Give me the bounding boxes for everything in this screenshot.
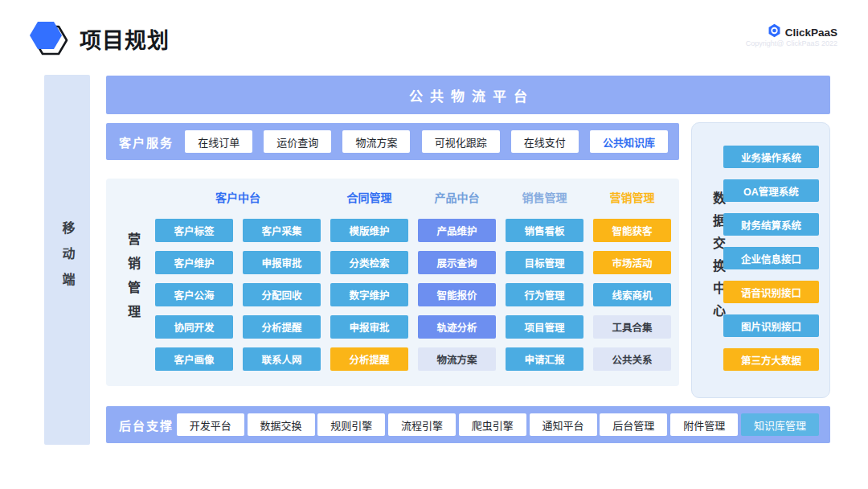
matrix-column-header: 产品中台 bbox=[418, 189, 496, 205]
data-exchange-item[interactable]: 业务操作系统 bbox=[723, 146, 819, 168]
feature-matrix-panel: 营销管理 客户中台 合同管理 产品中台 销售管理 营销管理 客户标签 客户维护 … bbox=[106, 179, 679, 386]
copyright-text: Copyright@ ClickPaaS 2022 bbox=[746, 39, 837, 47]
matrix-cell[interactable]: 公共关系 bbox=[593, 347, 671, 371]
platform-banner-title: 公共物流平台 bbox=[402, 85, 534, 105]
matrix-cell[interactable]: 智能报价 bbox=[418, 283, 496, 306]
backend-item[interactable]: 数据交换 bbox=[248, 413, 315, 436]
data-exchange-item[interactable]: 财务结算系统 bbox=[723, 213, 819, 236]
matrix-cell[interactable]: 物流方案 bbox=[418, 347, 496, 371]
data-exchange-panel: 数据交换中心 业务操作系统 OA管理系统 财务结算系统 企业信息接口 语音识别接… bbox=[691, 122, 830, 398]
page: 项目规划 ClickPaaS Copyright@ ClickPaaS 2022… bbox=[0, 0, 868, 489]
backend-item[interactable]: 爬虫引擎 bbox=[459, 413, 526, 436]
customer-service-item[interactable]: 物流方案 bbox=[342, 130, 410, 153]
data-exchange-item[interactable]: 企业信息接口 bbox=[723, 247, 819, 269]
matrix-cell[interactable]: 行为管理 bbox=[506, 283, 583, 306]
data-exchange-item[interactable]: OA管理系统 bbox=[723, 179, 819, 202]
matrix-cell[interactable]: 目标管理 bbox=[506, 251, 583, 274]
matrix-column: 模版维护 分类检索 数字维护 申报审批 分析提醒 bbox=[330, 219, 408, 371]
backend-item[interactable]: 知识库管理 bbox=[741, 413, 819, 436]
matrix-cell[interactable]: 申报审批 bbox=[243, 251, 321, 274]
matrix-cell[interactable]: 模版维护 bbox=[330, 219, 408, 242]
customer-service-item[interactable]: 运价查询 bbox=[264, 130, 331, 153]
customer-service-item[interactable]: 公共知识库 bbox=[590, 130, 668, 153]
matrix-cell[interactable]: 线索商机 bbox=[593, 283, 671, 306]
data-exchange-item[interactable]: 图片识别接口 bbox=[723, 314, 819, 337]
customer-service-label: 客户服务 bbox=[119, 134, 174, 150]
matrix-column-header: 销售管理 bbox=[506, 189, 583, 205]
matrix-column-headers: 客户中台 合同管理 产品中台 销售管理 营销管理 bbox=[155, 189, 671, 205]
matrix-column: 客户采集 申报审批 分配回收 分析提醒 联系人网 bbox=[243, 219, 321, 371]
matrix-column-header: 营销管理 bbox=[593, 189, 671, 205]
mobile-panel: 移动端 bbox=[44, 75, 90, 445]
backend-item[interactable]: 附件管理 bbox=[670, 413, 738, 436]
matrix-cell[interactable]: 协同开发 bbox=[155, 315, 233, 339]
platform-banner: 公共物流平台 bbox=[106, 76, 830, 114]
data-exchange-item[interactable]: 语音识别接口 bbox=[723, 281, 819, 303]
customer-service-bar: 客户服务 在线订单 运价查询 物流方案 可视化跟踪 在线支付 公共知识库 bbox=[106, 123, 679, 160]
backend-item[interactable]: 后台管理 bbox=[600, 413, 667, 436]
matrix-cell[interactable]: 销售看板 bbox=[506, 219, 583, 242]
backend-item[interactable]: 通知平台 bbox=[530, 413, 597, 436]
marketing-management-side-label: 营销管理 bbox=[123, 232, 142, 332]
matrix-cell[interactable]: 智能获客 bbox=[593, 219, 671, 242]
matrix-cell[interactable]: 联系人网 bbox=[243, 347, 321, 371]
matrix-cell[interactable]: 申报审批 bbox=[330, 315, 408, 339]
matrix-cell[interactable]: 工具合集 bbox=[593, 315, 671, 339]
brand-name: ClickPaaS bbox=[785, 27, 837, 39]
matrix-cell[interactable]: 客户标签 bbox=[155, 219, 233, 242]
data-exchange-item[interactable]: 第三方大数据 bbox=[723, 348, 819, 371]
customer-service-item[interactable]: 在线订单 bbox=[185, 130, 252, 153]
backend-item[interactable]: 规则引擎 bbox=[317, 413, 385, 436]
matrix-column: 客户标签 客户维护 客户公海 协同开发 客户画像 bbox=[155, 219, 233, 371]
matrix-cell[interactable]: 客户公海 bbox=[155, 283, 233, 306]
matrix-cell[interactable]: 申请汇报 bbox=[506, 347, 583, 371]
customer-service-item[interactable]: 在线支付 bbox=[511, 130, 579, 153]
matrix-cell[interactable]: 分析提醒 bbox=[330, 347, 408, 371]
clickpaas-logo-icon bbox=[768, 23, 781, 41]
mobile-panel-label: 移动端 bbox=[58, 221, 77, 298]
backend-item[interactable]: 开发平台 bbox=[177, 413, 244, 436]
matrix-cell[interactable]: 分类检索 bbox=[330, 251, 408, 274]
backend-item[interactable]: 流程引擎 bbox=[388, 413, 456, 436]
page-title: 项目规划 bbox=[80, 23, 170, 55]
matrix-cell[interactable]: 轨迹分析 bbox=[418, 315, 496, 339]
customer-service-item[interactable]: 可视化跟踪 bbox=[422, 130, 500, 153]
backend-support-bar: 后台支撑 开发平台 数据交换 规则引擎 流程引擎 爬虫引擎 通知平台 后台管理 … bbox=[106, 406, 830, 443]
matrix-grid: 客户标签 客户维护 客户公海 协同开发 客户画像 客户采集 申报审批 分配回收 … bbox=[155, 219, 671, 371]
matrix-cell[interactable]: 客户维护 bbox=[155, 251, 233, 274]
matrix-column-header: 合同管理 bbox=[330, 189, 408, 205]
data-exchange-items: 业务操作系统 OA管理系统 财务结算系统 企业信息接口 语音识别接口 图片识别接… bbox=[723, 146, 819, 371]
hexagon-logo-icon bbox=[30, 17, 70, 62]
matrix-cell[interactable]: 分析提醒 bbox=[243, 315, 321, 339]
matrix-column: 产品维护 展示查询 智能报价 轨迹分析 物流方案 bbox=[418, 219, 496, 371]
matrix-cell[interactable]: 项目管理 bbox=[506, 315, 583, 339]
matrix-column: 销售看板 目标管理 行为管理 项目管理 申请汇报 bbox=[506, 219, 583, 371]
matrix-column-header: 客户中台 bbox=[155, 189, 321, 205]
matrix-cell[interactable]: 分配回收 bbox=[243, 283, 321, 306]
matrix-column: 智能获客 市场活动 线索商机 工具合集 公共关系 bbox=[593, 219, 671, 371]
matrix-cell[interactable]: 数字维护 bbox=[330, 283, 408, 306]
matrix-cell[interactable]: 产品维护 bbox=[418, 219, 496, 242]
matrix-cell[interactable]: 客户画像 bbox=[155, 347, 233, 371]
brand-logo: ClickPaaS bbox=[768, 23, 837, 41]
matrix-cell[interactable]: 客户采集 bbox=[243, 219, 321, 242]
matrix-cell[interactable]: 市场活动 bbox=[593, 251, 671, 274]
matrix-cell[interactable]: 展示查询 bbox=[418, 251, 496, 274]
backend-support-label: 后台支撑 bbox=[119, 417, 174, 434]
